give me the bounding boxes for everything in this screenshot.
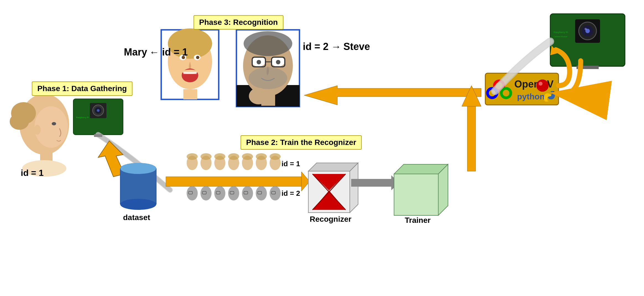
svg-marker-53 bbox=[308, 163, 358, 171]
svg-marker-91 bbox=[462, 86, 481, 106]
mary-name: Mary bbox=[124, 46, 147, 58]
svg-point-43 bbox=[256, 186, 267, 200]
svg-point-94 bbox=[496, 82, 502, 89]
svg-point-103 bbox=[536, 80, 549, 92]
svg-point-24 bbox=[187, 156, 198, 170]
svg-point-85 bbox=[276, 60, 280, 64]
svg-point-0 bbox=[19, 94, 69, 155]
svg-point-72 bbox=[182, 70, 198, 74]
svg-point-1 bbox=[11, 102, 36, 124]
recognizer-label: Recognizer bbox=[309, 215, 352, 224]
svg-text:Raspberry Pi: Raspberry Pi bbox=[76, 116, 89, 119]
svg-rect-49 bbox=[244, 191, 248, 194]
svg-rect-51 bbox=[272, 191, 275, 194]
svg-point-26 bbox=[214, 156, 225, 170]
svg-rect-105 bbox=[550, 14, 625, 66]
svg-point-29 bbox=[256, 156, 267, 170]
svg-rect-76 bbox=[236, 85, 299, 107]
mary-id: ← id = 1 bbox=[149, 46, 188, 58]
phase3-label: Phase 3: Recognition bbox=[194, 15, 283, 30]
woman-id-label: id = 1 bbox=[21, 168, 44, 178]
svg-point-44 bbox=[270, 186, 281, 200]
svg-rect-106 bbox=[575, 19, 600, 43]
trainer-label: Trainer bbox=[396, 216, 439, 225]
svg-rect-75 bbox=[236, 30, 299, 107]
svg-point-30 bbox=[270, 156, 281, 170]
svg-point-10 bbox=[93, 105, 104, 116]
svg-point-98 bbox=[489, 90, 496, 96]
svg-point-37 bbox=[270, 153, 281, 160]
mary-id-label: Mary ← id = 1 bbox=[124, 46, 188, 58]
svg-point-93 bbox=[493, 80, 505, 92]
svg-marker-89 bbox=[304, 86, 481, 105]
svg-rect-47 bbox=[216, 191, 220, 194]
svg-marker-115 bbox=[550, 46, 558, 55]
svg-point-12 bbox=[97, 109, 100, 112]
svg-point-31 bbox=[187, 153, 198, 160]
svg-point-3 bbox=[35, 106, 68, 148]
svg-rect-48 bbox=[230, 191, 234, 194]
svg-rect-9 bbox=[90, 103, 106, 118]
svg-text:Raspberry Pi: Raspberry Pi bbox=[554, 31, 568, 34]
svg-rect-6 bbox=[40, 149, 53, 166]
svg-rect-81 bbox=[252, 57, 265, 67]
svg-point-107 bbox=[579, 22, 596, 40]
svg-rect-14 bbox=[94, 134, 102, 137]
svg-point-39 bbox=[200, 186, 212, 200]
svg-point-88 bbox=[249, 88, 268, 104]
svg-point-28 bbox=[242, 156, 253, 170]
steve-id-label: id = 2 → Steve bbox=[303, 41, 370, 52]
svg-text:OpenCV: OpenCV bbox=[514, 78, 554, 90]
svg-point-40 bbox=[214, 186, 225, 200]
svg-text:python: python bbox=[517, 92, 545, 101]
svg-rect-74 bbox=[183, 89, 197, 99]
svg-point-36 bbox=[256, 153, 267, 160]
svg-point-25 bbox=[200, 156, 212, 170]
svg-point-79 bbox=[252, 57, 265, 67]
svg-marker-54 bbox=[350, 163, 358, 213]
svg-point-18 bbox=[120, 199, 156, 210]
svg-rect-73 bbox=[183, 72, 197, 74]
svg-rect-8 bbox=[73, 99, 123, 135]
svg-point-108 bbox=[582, 25, 593, 36]
svg-point-34 bbox=[228, 153, 239, 160]
svg-marker-15 bbox=[98, 141, 124, 177]
svg-point-110 bbox=[585, 28, 587, 30]
dataset-label: dataset bbox=[123, 213, 150, 222]
svg-rect-111 bbox=[577, 66, 599, 69]
svg-point-2 bbox=[10, 113, 29, 130]
svg-text:Camera Module: Camera Module bbox=[554, 36, 567, 38]
svg-point-84 bbox=[257, 60, 261, 64]
svg-point-32 bbox=[200, 153, 212, 160]
svg-rect-22 bbox=[166, 177, 301, 186]
svg-point-33 bbox=[214, 153, 225, 160]
svg-rect-87 bbox=[261, 95, 275, 106]
svg-point-71 bbox=[182, 68, 198, 82]
svg-line-58 bbox=[312, 174, 346, 210]
svg-point-16 bbox=[120, 163, 156, 174]
phase2-label: Phase 2: Train the Recognizer bbox=[241, 135, 362, 150]
svg-rect-52 bbox=[308, 171, 350, 213]
svg-point-101 bbox=[553, 91, 555, 94]
svg-rect-50 bbox=[258, 191, 262, 194]
svg-point-95 bbox=[500, 87, 512, 99]
svg-point-97 bbox=[486, 87, 498, 99]
svg-rect-82 bbox=[272, 57, 285, 67]
steve-id: id = 2 → bbox=[303, 41, 341, 52]
svg-rect-17 bbox=[120, 168, 156, 204]
svg-marker-62 bbox=[394, 164, 448, 174]
svg-point-4 bbox=[52, 122, 56, 125]
svg-marker-23 bbox=[301, 172, 310, 191]
svg-rect-61 bbox=[394, 174, 438, 215]
svg-point-77 bbox=[243, 35, 293, 96]
svg-point-19 bbox=[120, 163, 156, 174]
phase1-label: Phase 1: Data Gathering bbox=[32, 81, 132, 96]
svg-rect-59 bbox=[351, 179, 391, 187]
face-row-1-id: id = 1 bbox=[281, 160, 300, 168]
svg-point-27 bbox=[228, 156, 239, 170]
face-row-2-id: id = 2 bbox=[281, 189, 300, 198]
svg-point-102 bbox=[536, 80, 549, 92]
svg-rect-92 bbox=[485, 73, 559, 105]
svg-point-86 bbox=[249, 67, 287, 89]
svg-point-35 bbox=[242, 153, 253, 160]
